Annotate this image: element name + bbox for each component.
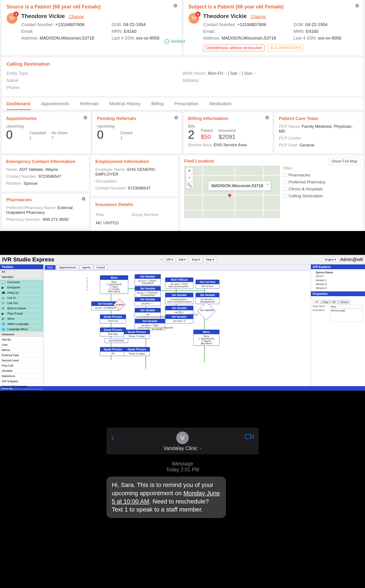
- gear-icon[interactable]: ⚙: [174, 115, 178, 121]
- menu-ivr[interactable]: IVR ▾: [164, 257, 175, 262]
- tool-language-menu[interactable]: 🌐Language Menu: [0, 327, 43, 332]
- node-setvar2[interactable]: Set Variableset two = { "PatientID": "Ph…: [135, 286, 161, 297]
- adv-ivr-snippets[interactable]: IVR Snippets: [0, 379, 43, 384]
- back-icon[interactable]: ‹: [111, 433, 114, 443]
- gear-icon[interactable]: ⚙: [173, 3, 177, 9]
- patient-dashboard: ⚙ Source is a Patient (68 year old Femal…: [0, 0, 365, 231]
- adv-second-level[interactable]: Second Level: [0, 358, 43, 363]
- prop-tab-page[interactable]: Page: [321, 300, 330, 304]
- canvas-tab-main[interactable]: Main: [45, 265, 56, 270]
- prop-tab-bf[interactable]: BF: [331, 300, 338, 304]
- page-name-input[interactable]: Main: [330, 305, 363, 308]
- filter-clinics[interactable]: Clinics & Hospitals: [283, 187, 359, 191]
- language-icon: 🌐: [2, 322, 6, 326]
- menu-tools[interactable]: Tools ▾: [189, 257, 203, 262]
- node-getlist[interactable]: Get List ItemGet List Item: [196, 280, 219, 288]
- filter-calling-dest[interactable]: Calling Destination: [283, 194, 359, 198]
- adv-post-call[interactable]: Post Call: [0, 363, 43, 368]
- dx-pill[interactable]: Cholelithiasis without obstruction: [203, 45, 265, 51]
- node-input-birthdate[interactable]: Input [birthdate]: [104, 338, 128, 343]
- tab-referrals[interactable]: Referrals: [80, 101, 98, 110]
- tab-prescription[interactable]: Prescription: [175, 101, 199, 110]
- setvar-button[interactable]: Set Variable: [150, 328, 165, 331]
- tool-comment[interactable]: 💬Comment: [0, 280, 43, 285]
- tool-entrypoint[interactable]: ▶Entrypoint: [0, 285, 43, 290]
- tab-billing[interactable]: Billing: [151, 101, 164, 110]
- contact-name[interactable]: Vandalay Clinic ›: [111, 445, 254, 451]
- prop-tab-ivr[interactable]: IVR: [313, 300, 321, 304]
- node-setvar-zip[interactable]: Set Variableset zipcheck = add.postalcod…: [196, 293, 219, 304]
- calling-destination-card: Calling Destination Entity Type: Name: P…: [2, 57, 363, 96]
- adv-salesforce[interactable]: Salesforce: [0, 373, 43, 379]
- menu-help[interactable]: Help ▾: [204, 257, 216, 262]
- contact-number[interactable]: +13194807606: [237, 22, 266, 27]
- search-icon[interactable]: 🔍: [186, 182, 193, 188]
- node-rest[interactable]: REST WSCallvar return = POST https://ipc…: [165, 278, 193, 289]
- node-speak-thanks[interactable]: Speak PhrasesThank You: [100, 315, 126, 323]
- avatar[interactable]: TV 4: [188, 13, 199, 24]
- language-select[interactable]: English ▾: [323, 257, 339, 262]
- adv-lists[interactable]: Lists: [0, 342, 43, 347]
- contact-number[interactable]: +13194807606: [56, 22, 84, 27]
- node-setvar-index[interactable]: Set Variableset index = 0: [165, 315, 193, 323]
- menu-edit[interactable]: Edit ▾: [176, 257, 188, 262]
- node-setvar-top[interactable]: Set Variableset one = { "Name": "DateOfB…: [135, 274, 161, 286]
- explorer-panel: IVR Explorer Spinsci Demo DRAFT Version …: [311, 265, 365, 386]
- gear-icon[interactable]: ⚙: [265, 115, 269, 121]
- language-menu-icon: 🌐: [2, 328, 6, 331]
- node-menu[interactable]: MenuMenu 1. appointments 2. Agent 3. Liv…: [100, 275, 128, 294]
- video-icon[interactable]: [245, 433, 254, 441]
- node-speak-try2[interactable]: Speak PhrasesPlease Try Again: [124, 347, 150, 356]
- tool-hangup[interactable]: ☎Hang Up: [0, 290, 43, 295]
- adv-zendesk[interactable]: Zendesk: [0, 368, 43, 373]
- adv-menus[interactable]: Menus: [0, 347, 43, 353]
- adv-external[interactable]: External Data: [0, 353, 43, 358]
- tool-menu[interactable]: ☰Menu: [0, 316, 43, 321]
- filter-preferred-pharmacy[interactable]: Preferred Pharmacy: [283, 180, 359, 184]
- canvas-tab-agents[interactable]: Agents: [79, 265, 93, 270]
- comment-icon: 💬: [2, 281, 6, 284]
- billing-widget: ⚙ Billing Information Bills 2 Patient$50…: [183, 112, 273, 153]
- avatar[interactable]: V: [176, 432, 189, 444]
- tool-select-language[interactable]: 🌐Select Language: [0, 321, 43, 327]
- change-link[interactable]: Change: [69, 14, 84, 19]
- pharmacies-widget: ⚙ Pharmacies Preferred Pharmacy Name: Ex…: [2, 194, 89, 228]
- close-icon[interactable]: ×: [266, 182, 269, 187]
- node-speak-birthdate[interactable]: Speak PhrasesBirth Date: [100, 328, 126, 336]
- change-link[interactable]: Change: [251, 14, 266, 19]
- error-list-bar[interactable]: Error list: [0, 386, 365, 391]
- filter-pharmacies[interactable]: Pharmacies: [283, 173, 359, 177]
- gear-icon[interactable]: ⚙: [82, 196, 86, 202]
- node-setvar3[interactable]: Set Variableset three = " ": [135, 297, 161, 306]
- show-full-map-button[interactable]: Show Full Map: [329, 158, 360, 165]
- zoom-out-icon[interactable]: −: [186, 175, 193, 182]
- map[interactable]: + − 🔍 MADISON,Wisconsin,53718 × ♥: [184, 166, 280, 218]
- tool-link-in[interactable]: ↘Link In: [0, 295, 43, 301]
- map-zoom-controls[interactable]: + − 🔍: [186, 167, 193, 189]
- node-speak-zip[interactable]: Speak PhrasesZIP: [100, 347, 126, 356]
- tool-link-out[interactable]: ↗Link Out: [0, 301, 43, 306]
- canvas-tab-cancel[interactable]: Cancel: [94, 265, 107, 270]
- zoom-in-icon[interactable]: +: [186, 168, 193, 175]
- tab-medication[interactable]: Medication: [210, 101, 232, 110]
- tool-back-queue[interactable]: ↺Back to Queue: [0, 306, 43, 311]
- prop-tab-version[interactable]: Version: [338, 300, 350, 304]
- gear-icon[interactable]: ⚙: [83, 115, 88, 121]
- description-input[interactable]: Minimal page: [330, 309, 363, 322]
- node-speak-try[interactable]: Speak PhrasesPlease Try Again: [124, 330, 150, 339]
- canvas-tab-appointments[interactable]: Appointments: [56, 265, 79, 270]
- med-pill[interactable]: ACE INHIBITORS: [267, 45, 303, 51]
- avatar[interactable]: TV 4: [7, 13, 17, 24]
- node-setvar-patientname[interactable]: Set Variableset patientname = return.res…: [165, 293, 193, 304]
- node-menu2[interactable]: MenuMenu 1. Appointments 8. Agents [App …: [193, 330, 219, 346]
- tab-appointments[interactable]: Appointments: [41, 101, 69, 110]
- flow-canvas[interactable]: Main Appointments Agents Cancel MenuMenu…: [43, 265, 311, 386]
- adv-dial-by[interactable]: Dial By: [0, 337, 43, 342]
- insurance-widget: Insurance Details PlanGroup Number MC UN…: [91, 198, 178, 231]
- tab-medical-history[interactable]: Medical History: [109, 101, 140, 110]
- tab-dashboard[interactable]: Dashboard: [7, 101, 30, 110]
- gear-icon[interactable]: ⚙: [355, 3, 359, 9]
- star-icon[interactable]: ★: [160, 258, 163, 261]
- tool-play-prompt[interactable]: ▶Play Prompt: [0, 311, 43, 316]
- node-setvar4[interactable]: Set Variableset one=birthdatetoIsoString…: [135, 308, 161, 319]
